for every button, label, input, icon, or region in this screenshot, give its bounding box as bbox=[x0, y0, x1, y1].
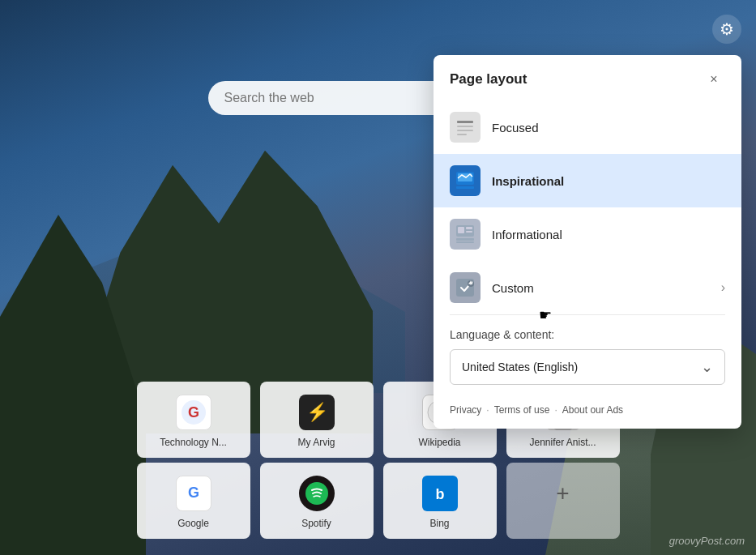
google-logo-svg: G bbox=[181, 480, 207, 506]
svg-text:b: b bbox=[435, 486, 444, 502]
language-label: Language & content: bbox=[450, 328, 725, 341]
tile-icon-arvig: ⚡ bbox=[299, 395, 335, 430]
tile-label: Google bbox=[177, 518, 209, 529]
bottom-tiles: G Google Spotify b Bing + bbox=[137, 463, 620, 539]
svg-rect-24 bbox=[456, 241, 474, 243]
terms-link[interactable]: Terms of use bbox=[494, 404, 550, 416]
watermark: groovyPost.com bbox=[669, 535, 745, 547]
svg-rect-20 bbox=[458, 227, 464, 233]
bing-logo-svg: b bbox=[429, 482, 451, 505]
layout-label-informational: Informational bbox=[492, 228, 562, 241]
language-section: Language & content: United States (Engli… bbox=[434, 315, 741, 395]
svg-rect-21 bbox=[466, 227, 472, 229]
svg-rect-13 bbox=[457, 126, 473, 127]
tile-label: My Arvig bbox=[297, 437, 335, 448]
tile-icon-grammarly: G bbox=[176, 395, 211, 430]
layout-option-informational[interactable]: Informational bbox=[434, 207, 741, 261]
privacy-link[interactable]: Privacy bbox=[450, 404, 481, 416]
add-site-tile[interactable]: + bbox=[506, 463, 620, 539]
custom-layout-icon bbox=[450, 272, 481, 303]
chevron-right-icon: › bbox=[721, 280, 725, 295]
inspirational-layout-icon bbox=[450, 165, 481, 196]
dot-separator-1: · bbox=[486, 404, 489, 416]
svg-rect-22 bbox=[466, 231, 472, 233]
close-button[interactable]: × bbox=[703, 68, 725, 91]
page-layout-panel: Page layout × Focused Inspirational bbox=[434, 55, 741, 429]
informational-icon-svg bbox=[455, 224, 475, 244]
list-item[interactable]: G Google bbox=[137, 463, 250, 539]
spotify-logo-svg bbox=[305, 481, 329, 506]
language-selected-value: United States (English) bbox=[462, 361, 578, 374]
svg-text:G: G bbox=[187, 485, 199, 501]
layout-option-custom[interactable]: Custom › ☛ bbox=[434, 261, 741, 314]
dot-separator-2: · bbox=[554, 404, 557, 416]
custom-icon-svg bbox=[455, 278, 475, 297]
focused-icon-svg bbox=[455, 117, 475, 137]
layout-label-inspirational: Inspirational bbox=[492, 174, 564, 188]
panel-title: Page layout bbox=[450, 71, 527, 88]
tile-label: Bing bbox=[429, 518, 449, 529]
svg-text:G: G bbox=[187, 404, 199, 421]
tile-icon-spotify bbox=[299, 476, 335, 511]
focused-layout-icon bbox=[450, 112, 481, 143]
panel-header: Page layout × bbox=[434, 55, 741, 100]
layout-option-focused[interactable]: Focused bbox=[434, 100, 741, 154]
list-item[interactable]: ⚡ My Arvig bbox=[260, 382, 374, 458]
list-item[interactable]: b Bing bbox=[383, 463, 497, 539]
tile-label: Jennifer Anist... bbox=[529, 437, 596, 448]
inspirational-icon-svg bbox=[455, 171, 475, 190]
settings-button[interactable]: ⚙ bbox=[712, 15, 741, 44]
layout-label-custom: Custom bbox=[492, 281, 534, 295]
svg-rect-23 bbox=[456, 238, 474, 241]
svg-point-27 bbox=[470, 283, 472, 285]
add-icon: + bbox=[545, 476, 581, 511]
tile-label: Wikipedia bbox=[418, 437, 460, 448]
layout-option-inspirational[interactable]: Inspirational bbox=[434, 154, 741, 207]
svg-text:⚡: ⚡ bbox=[305, 401, 328, 423]
tile-icon-google: G bbox=[176, 476, 211, 511]
arvig-logo-svg: ⚡ bbox=[305, 400, 329, 425]
footer-links: Privacy · Terms of use · About our Ads bbox=[434, 395, 741, 429]
chevron-down-icon: ⌄ bbox=[701, 358, 713, 376]
layout-label-focused: Focused bbox=[492, 121, 539, 134]
tile-icon-bing: b bbox=[422, 476, 458, 511]
svg-rect-18 bbox=[456, 186, 474, 189]
gear-icon: ⚙ bbox=[720, 19, 734, 39]
ads-link[interactable]: About our Ads bbox=[562, 404, 623, 416]
list-item[interactable]: G Technology N... bbox=[137, 382, 250, 458]
tile-label: Spotify bbox=[301, 518, 331, 529]
tile-label: Technology N... bbox=[160, 437, 227, 448]
svg-rect-15 bbox=[457, 134, 467, 135]
svg-rect-14 bbox=[457, 130, 473, 131]
list-item[interactable]: Spotify bbox=[260, 463, 374, 539]
svg-point-10 bbox=[305, 482, 328, 505]
grammarly-logo: G bbox=[181, 399, 207, 425]
svg-rect-12 bbox=[457, 121, 473, 123]
informational-layout-icon bbox=[450, 219, 481, 250]
language-select[interactable]: United States (English) ⌄ bbox=[450, 349, 725, 385]
